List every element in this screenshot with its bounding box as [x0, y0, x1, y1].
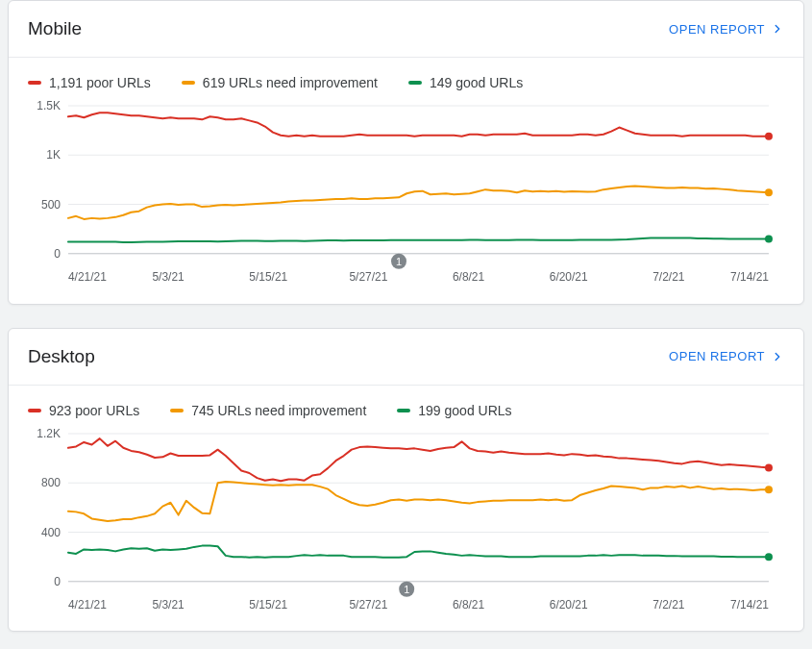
legend-item-good: 149 good URLs	[408, 75, 523, 90]
svg-text:5/3/21: 5/3/21	[152, 270, 185, 284]
svg-text:800: 800	[41, 476, 61, 489]
svg-text:7/2/21: 7/2/21	[652, 270, 685, 284]
mobile-chart: 05001K1.5K14/21/215/3/215/15/215/27/216/…	[9, 96, 803, 304]
legend-swatch	[408, 81, 422, 85]
svg-text:7/14/21: 7/14/21	[730, 270, 769, 284]
svg-text:6/20/21: 6/20/21	[550, 270, 588, 284]
chevron-right-icon	[771, 350, 784, 363]
open-report-link[interactable]: OPEN REPORT	[669, 22, 784, 37]
svg-text:1.2K: 1.2K	[37, 427, 61, 440]
svg-text:0: 0	[54, 247, 61, 261]
svg-text:5/27/21: 5/27/21	[349, 270, 387, 284]
card-title: Mobile	[28, 18, 82, 39]
svg-text:1.5K: 1.5K	[37, 99, 61, 112]
legend-label: 923 poor URLs	[49, 403, 139, 418]
card-header: MobileOPEN REPORT	[9, 1, 803, 58]
chart-legend: 923 poor URLs745 URLs need improvement19…	[9, 386, 803, 424]
svg-text:5/27/21: 5/27/21	[349, 597, 387, 611]
legend-label: 199 good URLs	[418, 403, 511, 418]
legend-label: 149 good URLs	[430, 75, 523, 90]
svg-point-29	[765, 463, 773, 471]
svg-text:1: 1	[396, 256, 402, 267]
svg-point-30	[765, 486, 773, 493]
svg-text:5/15/21: 5/15/21	[249, 597, 287, 611]
svg-text:6/8/21: 6/8/21	[453, 270, 485, 284]
open-report-label: OPEN REPORT	[669, 349, 765, 363]
legend-swatch	[397, 409, 410, 412]
svg-point-8	[765, 133, 773, 140]
svg-text:0: 0	[54, 575, 61, 588]
legend-item-good: 199 good URLs	[397, 403, 511, 418]
svg-text:400: 400	[41, 525, 61, 538]
open-report-label: OPEN REPORT	[669, 22, 765, 37]
legend-swatch	[28, 409, 41, 412]
svg-text:6/8/21: 6/8/21	[453, 597, 485, 611]
svg-text:7/2/21: 7/2/21	[652, 597, 685, 611]
legend-item-poor: 923 poor URLs	[28, 403, 139, 418]
mobile-card: MobileOPEN REPORT1,191 poor URLs619 URLs…	[8, 0, 804, 305]
legend-label: 745 URLs need improvement	[191, 403, 366, 418]
svg-text:4/21/21: 4/21/21	[68, 270, 107, 284]
legend-label: 1,191 poor URLs	[49, 75, 151, 90]
legend-swatch	[170, 409, 184, 412]
svg-text:6/20/21: 6/20/21	[550, 597, 588, 611]
svg-text:1K: 1K	[46, 148, 61, 162]
desktop-card: DesktopOPEN REPORT923 poor URLs745 URLs …	[8, 328, 804, 633]
svg-point-10	[765, 236, 773, 243]
legend-item-improve: 745 URLs need improvement	[170, 403, 366, 418]
svg-text:4/21/21: 4/21/21	[68, 597, 107, 611]
legend-item-poor: 1,191 poor URLs	[28, 75, 151, 90]
svg-point-9	[765, 188, 773, 196]
open-report-link[interactable]: OPEN REPORT	[669, 349, 784, 363]
legend-label: 619 URLs need improvement	[203, 75, 378, 90]
card-title: Desktop	[28, 346, 95, 367]
legend-swatch	[28, 81, 41, 85]
legend-item-improve: 619 URLs need improvement	[182, 75, 378, 90]
card-header: DesktopOPEN REPORT	[9, 329, 803, 386]
chart-legend: 1,191 poor URLs619 URLs need improvement…	[9, 58, 803, 96]
legend-swatch	[182, 81, 195, 85]
svg-text:500: 500	[41, 198, 61, 212]
chevron-right-icon	[771, 22, 784, 36]
desktop-chart: 04008001.2K14/21/215/3/215/15/215/27/216…	[9, 424, 803, 632]
svg-point-31	[765, 553, 773, 561]
svg-text:1: 1	[404, 584, 409, 595]
svg-text:5/3/21: 5/3/21	[152, 597, 185, 611]
svg-text:5/15/21: 5/15/21	[249, 270, 287, 284]
svg-text:7/14/21: 7/14/21	[730, 597, 769, 611]
